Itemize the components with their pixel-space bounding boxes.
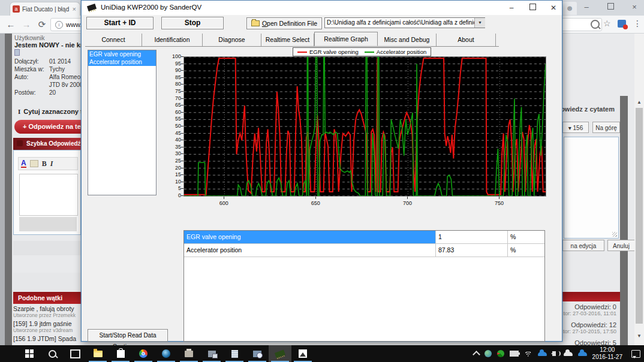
signal-list[interactable]: EGR valve openingAccelerator position [88,50,157,195]
y-tick-label: 75 [165,88,181,94]
taskbar-store-button[interactable] [109,345,132,362]
taskbar-photos-button[interactable] [291,345,314,362]
stop-button[interactable]: Stop [161,17,224,29]
taskbar-task-view-button[interactable] [64,345,86,362]
cell-signal-unit: % [508,244,544,257]
thread-meta: Utworzone przez v3dream [13,327,81,333]
action-center-icon[interactable] [631,350,640,358]
combobox-arrow-icon[interactable]: ▼ [474,18,485,28]
taskbar-pc-software-button[interactable] [246,345,269,362]
table-row[interactable]: Accelerator position87.83% [184,244,544,257]
taskbar-printer-tool-button[interactable] [177,345,200,362]
unidiag-maximize-button[interactable] [522,1,543,15]
definition-path-combobox[interactable]: D:\Unidiag alfa z definicjami całość\Uni… [324,17,485,28]
tab-connect[interactable]: Connect [85,34,142,46]
x-tick-mark [407,197,408,199]
thread-item[interactable]: [156 1.9 JTDm] Spada [13,335,81,342]
taskbar-clock[interactable]: 12:00 2016-11-27 [592,346,622,361]
open-definition-file-button[interactable]: Open Definition File [246,17,322,29]
tab-close-icon[interactable]: × [71,5,77,13]
tab-title: Fiat Ducato | błąd [22,6,71,13]
signal-list-item[interactable]: Accelerator position [88,58,156,66]
chevron-up-icon[interactable] [473,351,480,358]
table-row[interactable]: EGR valve opening1% [184,231,544,244]
taskbar-notepad-button[interactable] [223,345,246,362]
browser-minimize-button[interactable]: – [577,0,596,14]
quote-selected-label: Cytuj zaznaczony t [23,108,82,115]
insert-image-button[interactable] [30,160,38,167]
antivirus-icon[interactable] [497,350,504,357]
volume-icon[interactable] [552,351,556,356]
page-select-button[interactable]: ▾ 156 [562,122,589,133]
tab-diagnose[interactable]: Diagnose [203,34,261,46]
thread-item[interactable]: [159] 1.9 jtdm gaśnieUtworzone przez v3d… [13,320,81,333]
forward-button[interactable]: → [20,19,32,31]
unidiag-titlebar[interactable]: UniDiag KWP2000 by SanderQV – ✕ [82,1,562,15]
clock-date: 2016-11-27 [592,354,622,361]
scroll-down-icon[interactable]: ▼ [637,333,642,339]
browser-menu-icon[interactable]: ⋮ [633,19,642,28]
thread-title[interactable]: [156 1.9 JTDm] Spada [13,335,81,342]
reply-textarea[interactable] [19,174,78,216]
full-edit-button[interactable]: na edycja [562,240,604,251]
bold-button[interactable]: B [42,159,47,168]
cloud-white-icon[interactable] [564,352,573,356]
tab-identification[interactable]: Identification [142,34,203,46]
taskbar-chrome-button[interactable] [132,345,155,362]
tab-realtime-graph[interactable]: Realtime Graph [314,32,378,46]
browser-tab[interactable]: a Fiat Ducato | błąd × [10,2,80,16]
printer-tool-icon [185,351,193,357]
battery-icon[interactable] [510,351,519,357]
page-info-icon[interactable]: i [55,21,63,29]
thread-title[interactable]: [159] 1.9 jtdm gaśnie [13,320,81,327]
taskbar-file-explorer-button[interactable] [86,345,109,362]
go-top-button[interactable]: Na górę [592,122,620,133]
taskbar-devices-tool-button[interactable] [200,345,223,362]
thread-item[interactable]: Szarpie , falują obrotyUtworzone przez P… [13,305,81,318]
open-folder-icon [251,20,260,26]
italic-button[interactable]: I [50,159,53,168]
signal-list-item[interactable]: EGR valve opening [88,50,156,58]
user-field-label: Dołączył: [14,58,49,65]
taskbar-search-button[interactable] [41,345,64,362]
start-stop-read-button[interactable]: Start/Stop Read Data Continuous [88,329,168,342]
network-icon[interactable] [484,350,492,357]
quote-selected-action[interactable]: ICytuj zaznaczony t [18,108,83,115]
taskbar-start-button[interactable] [18,345,41,362]
taskbar-media-app-button[interactable] [155,345,177,362]
user-name[interactable]: Jestem NOWY - nie krzy [14,41,90,49]
search-icon[interactable] [591,20,600,29]
clock-time: 12:00 [592,346,622,354]
refresh-button[interactable]: ⟳ [36,19,48,31]
scrollbar-thumb[interactable] [636,108,643,324]
extension-icon[interactable] [618,20,626,28]
cloud-blue-icon[interactable] [578,352,587,356]
tab-misc-and-debug[interactable]: Misc and Debug [378,34,437,46]
window-title: UniDiag KWP2000 by SanderQV [101,4,201,11]
back-button[interactable]: ← [5,19,17,31]
bookmark-star-icon[interactable]: ☆ [603,19,611,28]
wifi-icon[interactable] [524,351,532,357]
browser-maximize-button[interactable] [601,0,620,14]
tab-realtime-select[interactable]: Realtime Select [261,34,314,46]
y-tick-label: 50 [165,123,181,129]
cancel-button[interactable]: Anuluj [607,240,635,251]
editor-footer [19,217,77,231]
font-color-button[interactable]: A [21,159,26,168]
y-tick-label: 90 [165,67,181,73]
profile-icon[interactable]: ☻ [562,2,577,15]
start-icon [25,349,34,358]
thread-title[interactable]: Szarpie , falują obroty [13,305,81,312]
start-id-button[interactable]: Start + ID [86,17,154,29]
unidiag-minimize-button[interactable]: – [501,1,522,15]
onedrive-icon[interactable] [538,352,547,356]
tab-about[interactable]: About [437,34,496,46]
value-table[interactable]: EGR valve opening1%Accelerator position8… [183,230,545,342]
resize-grip-icon[interactable] [612,232,617,237]
cell-signal-value: 87.83 [436,244,508,257]
maximize-icon [607,3,614,10]
scroll-up-icon[interactable]: ▲ [637,99,642,105]
unidiag-close-button[interactable]: ✕ [543,1,564,15]
browser-close-button[interactable]: × [625,0,644,14]
taskbar-unidiag-chip-button[interactable] [269,345,291,362]
